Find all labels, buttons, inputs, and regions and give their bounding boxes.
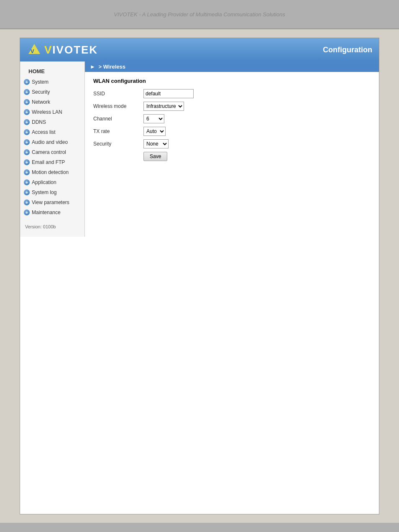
sidebar-label-system: System <box>32 79 49 85</box>
sidebar-item-view-parameters[interactable]: + View parameters <box>20 197 84 207</box>
sidebar-label-maintenance: Maintenance <box>32 210 61 215</box>
email-ftp-bullet: + <box>23 159 30 166</box>
sidebar-label-camera-control: Camera control <box>32 149 66 155</box>
channel-label: Channel <box>93 116 143 122</box>
security-label: Security <box>93 141 143 147</box>
vivotek-logo-icon: V <box>27 42 42 57</box>
tx-rate-label: TX rate <box>93 128 143 134</box>
sidebar: HOME + System + Security + Network + Wir… <box>20 61 85 237</box>
channel-select-wrapper: 12345 67891011 <box>143 114 164 123</box>
logo-rest: IVOTEK <box>52 43 98 56</box>
wireless-mode-select[interactable]: Infrastructure Ad-hoc <box>143 102 184 111</box>
channel-select[interactable]: 12345 67891011 <box>143 114 164 123</box>
sidebar-item-system[interactable]: + System <box>20 77 84 87</box>
section-breadcrumb: > Wireless <box>99 64 126 70</box>
sidebar-item-motion-detection[interactable]: + Motion detection <box>20 167 84 177</box>
sidebar-label-application: Application <box>32 179 56 185</box>
save-button[interactable]: Save <box>143 152 167 161</box>
tx-rate-select-wrapper: Auto 1M 2M 5.5M 11M <box>143 127 166 136</box>
section-header: ► > Wireless <box>85 61 379 72</box>
logo-area: V VIVOTEK <box>27 42 98 57</box>
save-row: Save <box>93 152 371 161</box>
network-bullet: + <box>23 99 30 105</box>
bottom-bar <box>0 523 399 532</box>
sidebar-item-system-log[interactable]: + System log <box>20 187 84 197</box>
sidebar-label-motion-detection: Motion detection <box>32 169 69 175</box>
logo-v: V <box>44 43 52 56</box>
application-bullet: + <box>23 179 30 186</box>
header-bar: V VIVOTEK Configuration <box>20 38 379 61</box>
ssid-input[interactable] <box>143 89 194 98</box>
tx-rate-row: TX rate Auto 1M 2M 5.5M 11M <box>93 127 371 136</box>
sidebar-item-application[interactable]: + Application <box>20 177 84 187</box>
wireless-mode-label: Wireless mode <box>93 103 143 109</box>
svg-text:V: V <box>31 48 34 54</box>
wireless-mode-row: Wireless mode Infrastructure Ad-hoc <box>93 102 371 111</box>
system-log-bullet: + <box>23 189 30 196</box>
view-parameters-bullet: + <box>23 199 30 206</box>
header-title: Configuration <box>323 46 372 54</box>
security-bullet: + <box>23 89 30 95</box>
form-area: WLAN configuration SSID Wireless mode <box>85 72 379 170</box>
ssid-row: SSID <box>93 89 371 98</box>
wireless-mode-select-wrapper: Infrastructure Ad-hoc <box>143 102 184 111</box>
logo-text: VIVOTEK <box>44 43 98 56</box>
ddns-bullet: + <box>23 119 30 125</box>
access-list-bullet: + <box>23 129 30 136</box>
security-select[interactable]: None WEP WPA WPA2 <box>143 139 169 148</box>
content-area: HOME + System + Security + Network + Wir… <box>20 61 379 237</box>
sidebar-label-audio-and-video: Audio and video <box>32 139 68 145</box>
motion-detection-bullet: + <box>23 169 30 176</box>
sidebar-label-security: Security <box>32 89 50 95</box>
main-container: V VIVOTEK Configuration HOME + System + … <box>20 38 379 514</box>
section-arrow-icon: ► <box>90 64 95 70</box>
top-bar: VIVOTEK - A Leading Provider of Multimed… <box>0 0 399 28</box>
wireless-lan-bullet: + <box>23 109 30 115</box>
main-content: ► > Wireless WLAN configuration SSID Wi <box>85 61 379 237</box>
sidebar-item-camera-control[interactable]: + Camera control <box>20 147 84 157</box>
sidebar-item-maintenance[interactable]: + Maintenance <box>20 207 84 217</box>
sidebar-label-view-parameters: View parameters <box>32 200 69 205</box>
page-wrapper: V VIVOTEK Configuration HOME + System + … <box>0 29 399 523</box>
sidebar-item-security[interactable]: + Security <box>20 87 84 97</box>
maintenance-bullet: + <box>23 209 30 216</box>
ssid-label: SSID <box>93 91 143 97</box>
sidebar-label-network: Network <box>32 99 50 105</box>
security-row: Security None WEP WPA WPA2 <box>93 139 371 148</box>
sidebar-label-ddns: DDNS <box>32 119 46 125</box>
sidebar-label-system-log: System log <box>32 189 56 195</box>
sidebar-home[interactable]: HOME <box>20 66 84 77</box>
sidebar-label-wireless-lan: Wireless LAN <box>32 109 62 115</box>
sidebar-item-network[interactable]: + Network <box>20 97 84 107</box>
sidebar-label-email-and-ftp: Email and FTP <box>32 159 65 165</box>
version-text: Version: 0100b <box>20 217 84 233</box>
tagline: VIVOTEK - A Leading Provider of Multimed… <box>114 11 285 18</box>
camera-control-bullet: + <box>23 149 30 156</box>
form-title: WLAN configuration <box>93 78 371 84</box>
system-bullet: + <box>23 79 30 85</box>
sidebar-item-wireless-lan[interactable]: + Wireless LAN <box>20 107 84 117</box>
sidebar-item-ddns[interactable]: + DDNS <box>20 117 84 127</box>
sidebar-item-access-list[interactable]: + Access list <box>20 127 84 137</box>
sidebar-item-audio-and-video[interactable]: + Audio and video <box>20 137 84 147</box>
audio-video-bullet: + <box>23 139 30 146</box>
tx-rate-select[interactable]: Auto 1M 2M 5.5M 11M <box>143 127 166 136</box>
sidebar-item-email-and-ftp[interactable]: + Email and FTP <box>20 157 84 167</box>
ssid-input-wrapper <box>143 89 194 98</box>
security-select-wrapper: None WEP WPA WPA2 <box>143 139 169 148</box>
sidebar-label-access-list: Access list <box>32 129 56 135</box>
channel-row: Channel 12345 67891011 <box>93 114 371 123</box>
